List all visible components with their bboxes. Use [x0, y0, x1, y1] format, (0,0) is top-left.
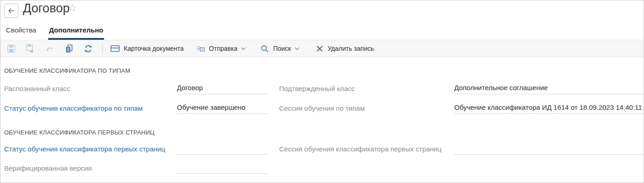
delete-x-icon [315, 44, 324, 53]
field-label-first-pages-session: Сессия обучения классификатора первых ст… [279, 145, 441, 153]
field-value-type-training-session[interactable]: Обучение классификатора ИД 1614 от 18.09… [454, 103, 644, 114]
field-value-first-pages-status[interactable] [177, 144, 268, 155]
button-label: Отправка [209, 45, 237, 52]
section-title-first-pages-training: ОБУЧЕНИЕ КЛАССИФИКАТОРА ПЕРВЫХ СТРАНИЦ [4, 129, 154, 136]
document-window: Договор ☆ Свойства Дополнительно [0, 0, 644, 183]
field-value-confirmed-class[interactable]: Дополнительное соглашение [454, 84, 644, 94]
copy-icon [64, 44, 74, 54]
send-button[interactable]: Отправка [196, 44, 246, 54]
arrow-left-icon [7, 6, 16, 15]
send-icon [196, 44, 205, 54]
toolbar: Карточка документа Отправка [0, 40, 644, 57]
tab-label: Дополнительно [49, 26, 103, 34]
field-label-confirmed-class: Подтвержденный класс [279, 85, 355, 92]
document-card-icon [110, 43, 120, 54]
chevron-down-icon [294, 47, 300, 51]
field-label-recognized-class: Распознанный класс [4, 85, 70, 92]
save-button[interactable] [5, 43, 17, 54]
field-label-verified-version: Верифицированная версия [4, 164, 92, 172]
tab-additional[interactable]: Дополнительно [48, 23, 104, 40]
tab-label: Свойства [6, 26, 36, 34]
save-and-close-icon [25, 43, 35, 54]
search-icon [260, 44, 270, 54]
field-value-verified-version[interactable] [177, 163, 268, 174]
field-value-recognized-class[interactable]: Договор [177, 84, 268, 94]
field-value-first-pages-session[interactable] [454, 144, 644, 155]
back-button[interactable] [4, 4, 18, 18]
tab-properties[interactable]: Свойства [5, 23, 37, 40]
save-icon [6, 44, 16, 54]
copy-button[interactable] [63, 43, 75, 54]
refresh-icon [83, 44, 93, 54]
button-label: Поиск [273, 45, 291, 52]
document-card-button[interactable]: Карточка документа [110, 43, 184, 54]
undo-button[interactable] [44, 43, 55, 54]
field-value-type-training-status[interactable]: Обучение завершено [177, 103, 268, 114]
undo-icon [45, 44, 55, 54]
favorite-star-icon[interactable]: ☆ [68, 3, 77, 13]
page-title: Договор [23, 1, 70, 16]
search-button[interactable]: Поиск [260, 44, 300, 54]
field-label-type-training-session: Сессия обучения по типам [279, 104, 365, 112]
field-label-first-pages-status-link[interactable]: Статус обучения классификатора первых ст… [4, 145, 165, 153]
toolbar-separator [102, 43, 103, 54]
section-title-type-training: ОБУЧЕНИЕ КЛАССИФИКАТОРА ПО ТИПАМ [4, 67, 130, 74]
tab-bar: Свойства Дополнительно [0, 23, 115, 40]
refresh-button[interactable] [82, 43, 94, 54]
button-label: Карточка документа [124, 45, 184, 52]
delete-record-button[interactable]: Удалить запись [315, 44, 374, 53]
field-label-type-training-status-link[interactable]: Статус обучения классификатора по типам [4, 104, 143, 112]
button-label: Удалить запись [328, 45, 374, 52]
chevron-down-icon [241, 47, 246, 51]
save-and-close-button[interactable] [24, 43, 36, 54]
